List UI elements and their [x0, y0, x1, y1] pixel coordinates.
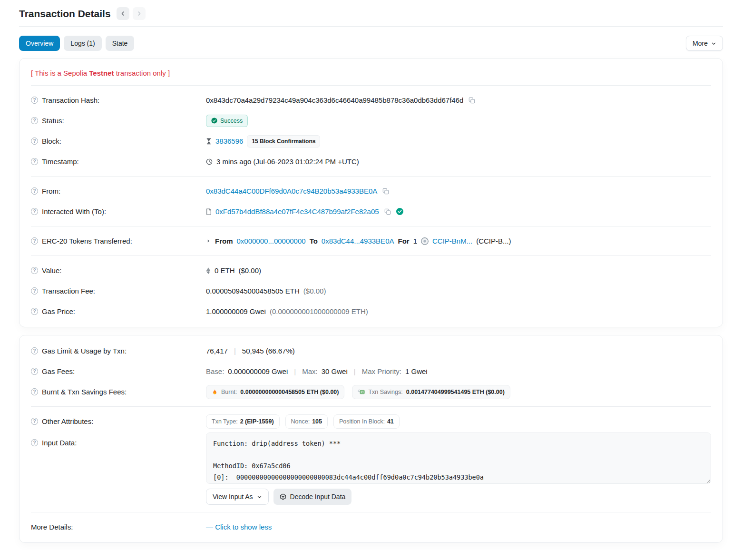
label-text: More Details:	[31, 523, 73, 531]
value-value: 0 ETH ($0.00)	[206, 266, 711, 275]
interacted-with-value: 0xFd57b4ddBf88a4e07fF4e34C487b99af2Fe82a…	[206, 207, 711, 216]
row-block: ? Block: 3836596 15 Block Confirmations	[31, 131, 711, 151]
decode-input-data-label: Decode Input Data	[290, 493, 346, 501]
row-gas-price: ? Gas Price: 1.000000009 Gwei (0.0000000…	[31, 301, 711, 322]
burnt-savings-label: ? Burnt & Txn Savings Fees:	[31, 388, 206, 396]
group-gas-details: ? Gas Limit & Usage by Txn: 76,417 | 50,…	[31, 336, 711, 406]
label-text: Timestamp:	[42, 157, 79, 166]
other-attributes-label: ? Other Attributes:	[31, 417, 206, 425]
help-icon[interactable]: ?	[31, 117, 38, 124]
position-value: 41	[387, 418, 394, 425]
gas-price-amount: 1.000000009 Gwei	[206, 307, 266, 315]
next-transaction-button[interactable]	[133, 7, 146, 20]
help-icon[interactable]: ?	[31, 138, 38, 145]
row-burnt-savings: ? Burnt & Txn Savings Fees: Burnt: 0.000…	[31, 382, 711, 402]
help-icon[interactable]: ?	[31, 287, 38, 295]
tab-state[interactable]: State	[106, 36, 135, 51]
to-address-link[interactable]: 0xFd57b4ddBf88a4e07fF4e34C487b99af2Fe82a…	[215, 207, 379, 216]
transfer-from-address-link[interactable]: 0x000000...00000000	[237, 237, 306, 245]
input-data-actions: View Input As Decode Input Data	[206, 489, 711, 507]
input-data-label: ? Input Data:	[31, 432, 206, 447]
txn-savings-label: Txn Savings:	[368, 389, 402, 395]
more-dropdown-button[interactable]: More	[686, 36, 723, 51]
help-icon[interactable]: ?	[31, 267, 38, 274]
chevron-down-icon	[257, 494, 262, 500]
chevron-down-icon	[711, 41, 716, 46]
burnt-value: 0.000000000000458505 ETH ($0.00)	[240, 389, 339, 395]
flame-icon	[212, 389, 218, 395]
help-icon[interactable]: ?	[31, 308, 38, 315]
max-priority-fee-label: Max Priority:	[362, 367, 401, 375]
check-circle-icon	[211, 118, 217, 124]
row-value: ? Value: 0 ETH ($0.00)	[31, 260, 711, 281]
help-icon[interactable]: ?	[31, 97, 38, 104]
status-text: Success	[220, 118, 243, 124]
view-input-as-button[interactable]: View Input As	[206, 489, 269, 505]
transaction-hash: 0x843dc70a4a29d79234c49a904c363d6c46640a…	[206, 96, 463, 104]
token-name-link[interactable]: CCIP-BnM...	[432, 237, 472, 245]
copy-to-address-button[interactable]	[383, 207, 392, 216]
verified-check-circle-icon	[396, 208, 403, 215]
gas-limit: 76,417	[206, 347, 228, 355]
help-icon[interactable]: ?	[31, 388, 38, 395]
testnet-banner-suffix: transaction only ]	[114, 69, 170, 77]
status-badge: Success	[206, 115, 248, 127]
testnet-banner: [ This is a Sepolia Testnet transaction …	[31, 59, 711, 86]
page-header: Transaction Details	[19, 0, 723, 27]
label-text: Gas Price:	[42, 307, 75, 315]
label-text: Transaction Hash:	[42, 96, 99, 104]
copy-transaction-hash-button[interactable]	[467, 96, 477, 105]
block-number-link[interactable]: 3836596	[215, 137, 243, 145]
tab-logs[interactable]: Logs (1)	[64, 36, 101, 51]
decode-input-data-button[interactable]: Decode Input Data	[273, 489, 352, 505]
txn-type-label: Txn Type:	[212, 418, 238, 425]
previous-transaction-button[interactable]	[117, 7, 129, 20]
input-data-textarea[interactable]: Function: drip(address token) *** Method…	[206, 432, 711, 484]
copy-from-address-button[interactable]	[381, 187, 391, 196]
transaction-fee-value: 0.000050945000458505 ETH ($0.00)	[206, 287, 711, 295]
label-text: Interacted With (To):	[42, 207, 106, 216]
help-icon[interactable]: ?	[31, 368, 38, 375]
transaction-details-page: Transaction Details Overview Logs (1) St…	[0, 0, 742, 559]
transfer-for-word: For	[398, 237, 409, 245]
show-less-toggle-link[interactable]: — Click to show less	[206, 523, 272, 531]
value-amount: 0 ETH	[215, 266, 235, 275]
transfer-amount: 1	[413, 237, 417, 245]
gas-price-label: ? Gas Price:	[31, 307, 206, 315]
from-label: ? From:	[31, 187, 206, 195]
row-other-attributes: ? Other Attributes: Txn Type: 2 (EIP-155…	[31, 411, 711, 432]
txn-type-value: 2 (EIP-1559)	[240, 418, 274, 425]
tab-overview[interactable]: Overview	[19, 36, 60, 51]
more-details-value: — Click to show less	[206, 523, 711, 531]
fee-usd: ($0.00)	[303, 287, 326, 295]
value-usd: ($0.00)	[239, 266, 262, 275]
gas-limit-value: 76,417 | 50,945 (66.67%)	[206, 347, 711, 355]
page-title: Transaction Details	[19, 8, 111, 20]
separator: |	[292, 367, 298, 375]
copy-icon	[469, 97, 475, 104]
transfer-to-word: To	[310, 237, 318, 245]
from-address-link[interactable]: 0x83dC44a4C00DFf69d0A0c7c94B20b53a4933BE…	[206, 187, 377, 195]
help-icon[interactable]: ?	[31, 187, 38, 195]
transaction-nav	[117, 7, 146, 20]
status-label: ? Status:	[31, 117, 206, 125]
from-value: 0x83dC44a4C00DFf69d0A0c7c94B20b53a4933BE…	[206, 187, 711, 196]
help-icon[interactable]: ?	[31, 347, 38, 354]
transfer-to-address-link[interactable]: 0x83dC44...4933BE0A	[322, 237, 394, 245]
erc20-transfer-item: From 0x000000...00000000 To 0x83dC44...4…	[206, 237, 711, 245]
position-in-block-badge: Position In Block: 41	[333, 414, 400, 429]
help-icon[interactable]: ?	[31, 208, 38, 215]
help-icon[interactable]: ?	[31, 418, 38, 425]
help-icon[interactable]: ?	[31, 439, 38, 446]
view-input-as-label: View Input As	[213, 493, 253, 501]
tabs: Overview Logs (1) State	[19, 36, 134, 51]
txn-type-badge: Txn Type: 2 (EIP-1559)	[206, 414, 280, 429]
copy-icon	[384, 208, 391, 215]
help-icon[interactable]: ?	[31, 237, 38, 245]
copy-icon	[382, 188, 389, 195]
burnt-savings-value: Burnt: 0.000000000000458505 ETH ($0.00) …	[206, 385, 711, 399]
group-token-transfers: ? ERC-20 Tokens Transferred: From 0x0000…	[31, 226, 711, 255]
gas-price-value: 1.000000009 Gwei (0.000000001000000009 E…	[206, 307, 711, 315]
row-gas-fees: ? Gas Fees: Base: 0.000000009 Gwei | Max…	[31, 361, 711, 382]
help-icon[interactable]: ?	[31, 158, 38, 165]
